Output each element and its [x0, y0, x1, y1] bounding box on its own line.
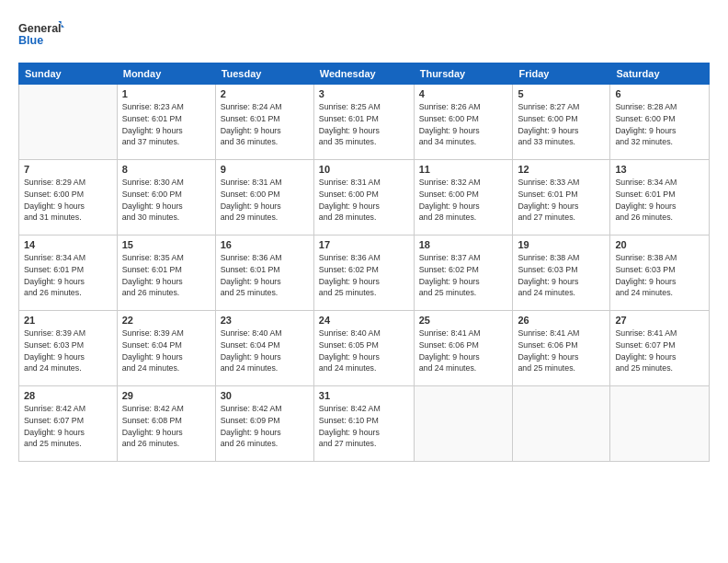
day-info: Sunrise: 8:42 AMSunset: 6:09 PMDaylight:…: [221, 403, 309, 450]
day-cell: 1Sunrise: 8:23 AMSunset: 6:01 PMDaylight…: [117, 85, 215, 160]
day-info: Sunrise: 8:31 AMSunset: 6:00 PMDaylight:…: [221, 177, 309, 224]
day-cell: 15Sunrise: 8:35 AMSunset: 6:01 PMDayligh…: [117, 236, 215, 311]
week-row-1: 1Sunrise: 8:23 AMSunset: 6:01 PMDaylight…: [19, 85, 710, 160]
day-number: 1: [122, 88, 210, 99]
logo: General Blue: [18, 17, 64, 53]
day-info: Sunrise: 8:40 AMSunset: 6:05 PMDaylight:…: [319, 327, 409, 374]
day-cell: 11Sunrise: 8:32 AMSunset: 6:00 PMDayligh…: [414, 160, 513, 236]
day-number: 3: [319, 88, 409, 99]
day-info: Sunrise: 8:29 AMSunset: 6:00 PMDaylight:…: [24, 177, 112, 224]
col-header-friday: Friday: [513, 63, 610, 85]
day-info: Sunrise: 8:41 AMSunset: 6:06 PMDaylight:…: [518, 327, 605, 374]
day-number: 30: [221, 390, 309, 401]
day-number: 22: [122, 315, 210, 326]
day-info: Sunrise: 8:41 AMSunset: 6:06 PMDaylight:…: [419, 327, 508, 374]
day-cell: 6Sunrise: 8:28 AMSunset: 6:00 PMDaylight…: [610, 85, 710, 160]
day-info: Sunrise: 8:27 AMSunset: 6:00 PMDaylight:…: [518, 101, 605, 148]
day-number: 16: [221, 239, 309, 250]
day-cell: 5Sunrise: 8:27 AMSunset: 6:00 PMDaylight…: [513, 85, 610, 160]
day-number: 17: [319, 239, 409, 250]
day-number: 7: [24, 164, 112, 175]
day-number: 28: [24, 390, 112, 401]
day-number: 31: [319, 390, 409, 401]
day-cell: 23Sunrise: 8:40 AMSunset: 6:04 PMDayligh…: [215, 311, 313, 386]
day-info: Sunrise: 8:36 AMSunset: 6:02 PMDaylight:…: [319, 252, 409, 299]
col-header-monday: Monday: [117, 63, 215, 85]
day-info: Sunrise: 8:25 AMSunset: 6:01 PMDaylight:…: [319, 101, 409, 148]
day-number: 4: [419, 88, 508, 99]
day-cell: [414, 386, 513, 462]
day-cell: 13Sunrise: 8:34 AMSunset: 6:01 PMDayligh…: [610, 160, 710, 236]
day-number: 19: [518, 239, 605, 250]
day-info: Sunrise: 8:42 AMSunset: 6:08 PMDaylight:…: [122, 403, 210, 450]
day-number: 13: [615, 164, 704, 175]
day-cell: 18Sunrise: 8:37 AMSunset: 6:02 PMDayligh…: [414, 236, 513, 311]
day-info: Sunrise: 8:38 AMSunset: 6:03 PMDaylight:…: [518, 252, 605, 299]
calendar-table: SundayMondayTuesdayWednesdayThursdayFrid…: [18, 63, 710, 462]
day-info: Sunrise: 8:24 AMSunset: 6:01 PMDaylight:…: [221, 101, 309, 148]
day-cell: 29Sunrise: 8:42 AMSunset: 6:08 PMDayligh…: [117, 386, 215, 462]
week-row-5: 28Sunrise: 8:42 AMSunset: 6:07 PMDayligh…: [19, 386, 710, 462]
day-cell: 16Sunrise: 8:36 AMSunset: 6:01 PMDayligh…: [215, 236, 313, 311]
col-header-thursday: Thursday: [414, 63, 513, 85]
day-info: Sunrise: 8:36 AMSunset: 6:01 PMDaylight:…: [221, 252, 309, 299]
day-cell: [513, 386, 610, 462]
svg-text:Blue: Blue: [18, 34, 43, 47]
day-cell: 4Sunrise: 8:26 AMSunset: 6:00 PMDaylight…: [414, 85, 513, 160]
day-info: Sunrise: 8:37 AMSunset: 6:02 PMDaylight:…: [419, 252, 508, 299]
svg-text:General: General: [18, 22, 62, 35]
day-cell: 20Sunrise: 8:38 AMSunset: 6:03 PMDayligh…: [610, 236, 710, 311]
day-cell: 12Sunrise: 8:33 AMSunset: 6:01 PMDayligh…: [513, 160, 610, 236]
calendar-body: 1Sunrise: 8:23 AMSunset: 6:01 PMDaylight…: [19, 85, 710, 462]
col-header-tuesday: Tuesday: [215, 63, 313, 85]
day-number: 12: [518, 164, 605, 175]
day-info: Sunrise: 8:32 AMSunset: 6:00 PMDaylight:…: [419, 177, 508, 224]
day-info: Sunrise: 8:23 AMSunset: 6:01 PMDaylight:…: [122, 101, 210, 148]
logo-svg: General Blue: [18, 17, 64, 53]
day-cell: 26Sunrise: 8:41 AMSunset: 6:06 PMDayligh…: [513, 311, 610, 386]
day-number: 27: [615, 315, 704, 326]
day-number: 14: [24, 239, 112, 250]
day-info: Sunrise: 8:34 AMSunset: 6:01 PMDaylight:…: [24, 252, 112, 299]
day-info: Sunrise: 8:38 AMSunset: 6:03 PMDaylight:…: [615, 252, 704, 299]
day-cell: 24Sunrise: 8:40 AMSunset: 6:05 PMDayligh…: [313, 311, 414, 386]
day-number: 23: [221, 315, 309, 326]
day-number: 9: [221, 164, 309, 175]
day-cell: 21Sunrise: 8:39 AMSunset: 6:03 PMDayligh…: [19, 311, 118, 386]
day-info: Sunrise: 8:35 AMSunset: 6:01 PMDaylight:…: [122, 252, 210, 299]
day-cell: 8Sunrise: 8:30 AMSunset: 6:00 PMDaylight…: [117, 160, 215, 236]
week-row-4: 21Sunrise: 8:39 AMSunset: 6:03 PMDayligh…: [19, 311, 710, 386]
day-cell: 9Sunrise: 8:31 AMSunset: 6:00 PMDaylight…: [215, 160, 313, 236]
day-number: 10: [319, 164, 409, 175]
day-cell: 30Sunrise: 8:42 AMSunset: 6:09 PMDayligh…: [215, 386, 313, 462]
day-number: 24: [319, 315, 409, 326]
day-cell: 3Sunrise: 8:25 AMSunset: 6:01 PMDaylight…: [313, 85, 414, 160]
day-info: Sunrise: 8:39 AMSunset: 6:04 PMDaylight:…: [122, 327, 210, 374]
day-info: Sunrise: 8:28 AMSunset: 6:00 PMDaylight:…: [615, 101, 704, 148]
day-cell: 22Sunrise: 8:39 AMSunset: 6:04 PMDayligh…: [117, 311, 215, 386]
calendar-header: SundayMondayTuesdayWednesdayThursdayFrid…: [19, 63, 710, 85]
day-info: Sunrise: 8:42 AMSunset: 6:07 PMDaylight:…: [24, 403, 112, 450]
day-info: Sunrise: 8:34 AMSunset: 6:01 PMDaylight:…: [615, 177, 704, 224]
page: General Blue SundayMondayTuesdayWednesda…: [0, 0, 728, 563]
day-cell: 7Sunrise: 8:29 AMSunset: 6:00 PMDaylight…: [19, 160, 118, 236]
day-number: 20: [615, 239, 704, 250]
day-cell: [19, 85, 118, 160]
day-number: 6: [615, 88, 704, 99]
day-number: 2: [221, 88, 309, 99]
day-info: Sunrise: 8:41 AMSunset: 6:07 PMDaylight:…: [615, 327, 704, 374]
col-header-wednesday: Wednesday: [313, 63, 414, 85]
day-info: Sunrise: 8:39 AMSunset: 6:03 PMDaylight:…: [24, 327, 112, 374]
day-info: Sunrise: 8:40 AMSunset: 6:04 PMDaylight:…: [221, 327, 309, 374]
day-cell: 10Sunrise: 8:31 AMSunset: 6:00 PMDayligh…: [313, 160, 414, 236]
header: General Blue: [18, 17, 710, 53]
day-cell: 25Sunrise: 8:41 AMSunset: 6:06 PMDayligh…: [414, 311, 513, 386]
day-number: 5: [518, 88, 605, 99]
day-number: 26: [518, 315, 605, 326]
day-number: 21: [24, 315, 112, 326]
col-header-saturday: Saturday: [610, 63, 710, 85]
day-cell: 2Sunrise: 8:24 AMSunset: 6:01 PMDaylight…: [215, 85, 313, 160]
col-header-sunday: Sunday: [19, 63, 118, 85]
day-info: Sunrise: 8:31 AMSunset: 6:00 PMDaylight:…: [319, 177, 409, 224]
day-info: Sunrise: 8:33 AMSunset: 6:01 PMDaylight:…: [518, 177, 605, 224]
